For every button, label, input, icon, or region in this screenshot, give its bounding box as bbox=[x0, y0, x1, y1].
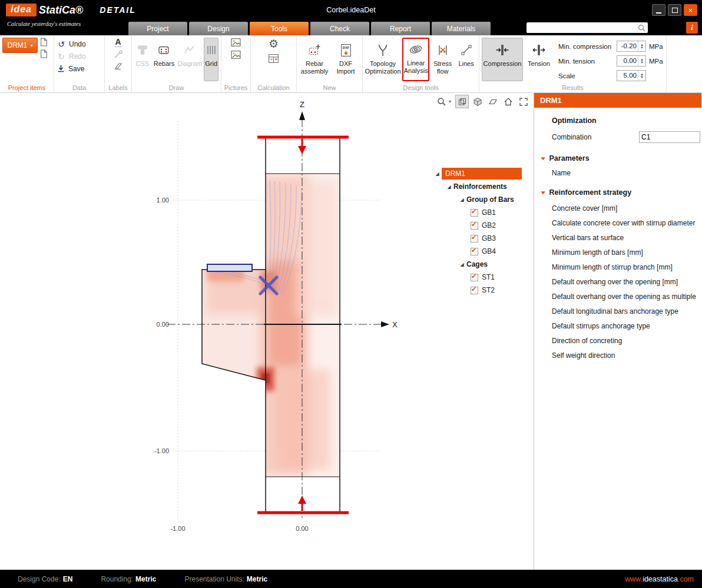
tree-node-reinforcements[interactable]: ◢ Reinforcements bbox=[445, 180, 522, 193]
status-bar: Design Code:EN Rounding:Metric Presentat… bbox=[0, 570, 702, 588]
st2-label: ST2 bbox=[482, 286, 495, 294]
combination-input[interactable] bbox=[639, 131, 700, 143]
new-item-icon[interactable] bbox=[39, 38, 48, 46]
undo-label: Undo bbox=[69, 40, 86, 48]
tree-item-gb1[interactable]: GB1 bbox=[471, 206, 522, 219]
strategy-row: Minimum length of bars [mm] bbox=[552, 248, 701, 257]
model-canvas[interactable]: Z X bbox=[0, 93, 534, 570]
ribbon-spacer bbox=[667, 35, 702, 92]
tree-root-label[interactable]: DRM1 bbox=[442, 168, 522, 180]
ribbon: DRM1 ▾ Project items ↺Undo ↻Redo Save Da… bbox=[0, 35, 702, 93]
parameters-section-header[interactable]: ▾ Parameters bbox=[542, 154, 701, 162]
expander-icon[interactable]: ◢ bbox=[458, 197, 466, 202]
linear-analysis-icon bbox=[409, 39, 423, 59]
minimize-button[interactable] bbox=[652, 4, 665, 16]
units-value: Metric bbox=[247, 575, 267, 583]
tree-node-drm1[interactable]: ◢ DRM1 bbox=[433, 167, 522, 180]
expander-icon[interactable]: ◢ bbox=[458, 262, 466, 267]
checkbox-checked[interactable] bbox=[471, 235, 478, 242]
diagram-icon bbox=[184, 40, 196, 60]
stress-flow-label: Stress flow bbox=[432, 60, 453, 75]
tab-check[interactable]: Check bbox=[310, 22, 369, 35]
tree-item-st2[interactable]: ST2 bbox=[471, 284, 522, 297]
rebars-button[interactable]: Rebars bbox=[153, 38, 176, 81]
close-button[interactable]: × bbox=[684, 4, 697, 16]
website-link[interactable]: www.ideastatica.com bbox=[625, 575, 694, 583]
solid-cube-icon bbox=[473, 97, 482, 107]
zoom-dropdown-icon[interactable]: ▾ bbox=[449, 99, 451, 104]
search-icon bbox=[638, 24, 645, 32]
save-label: Save bbox=[68, 65, 84, 73]
wireframe-view-button[interactable] bbox=[455, 95, 469, 108]
plane-view-button[interactable] bbox=[486, 95, 499, 108]
solver-settings-gear-icon[interactable]: ⚙ bbox=[269, 38, 279, 51]
checkbox-checked[interactable] bbox=[471, 287, 478, 294]
tree-item-gb4[interactable]: GB4 bbox=[471, 245, 522, 258]
picture-gallery-icon[interactable] bbox=[230, 50, 241, 59]
picture-export-icon[interactable] bbox=[230, 38, 241, 47]
tab-report[interactable]: Report bbox=[371, 22, 430, 35]
linear-analysis-button[interactable]: Linear Analysis bbox=[402, 38, 429, 81]
save-button[interactable]: Save bbox=[57, 62, 102, 75]
stress-flow-button[interactable]: Stress flow bbox=[431, 38, 454, 81]
eraser-icon[interactable] bbox=[114, 62, 123, 70]
tree-item-gb2[interactable]: GB2 bbox=[471, 219, 522, 232]
undo-button[interactable]: ↺Undo bbox=[57, 38, 102, 50]
copy-item-icon[interactable] bbox=[39, 49, 48, 58]
tree-node-group-of-bars[interactable]: ◢ Group of Bars bbox=[458, 193, 522, 206]
tab-tools[interactable]: Tools bbox=[250, 22, 309, 35]
maximize-button[interactable] bbox=[668, 4, 681, 16]
tension-button[interactable]: Tension bbox=[525, 38, 553, 81]
project-item-selector[interactable]: DRM1 ▾ bbox=[2, 38, 38, 53]
ribbon-tab-row: Calculate yesterday's estimates Project … bbox=[0, 20, 702, 35]
scale-input[interactable]: 5.00 ▲▼ bbox=[617, 70, 646, 81]
zoom-extents-button[interactable] bbox=[516, 95, 530, 108]
min-tension-input[interactable]: 0.00 ▲▼ bbox=[617, 55, 646, 67]
stress-flow-icon bbox=[437, 40, 449, 60]
checkbox-checked[interactable] bbox=[471, 274, 478, 281]
zoom-tool-button[interactable] bbox=[435, 95, 448, 108]
rebar-assembly-button[interactable]: Rebar assembly bbox=[299, 38, 330, 81]
strategy-row: Default overhang over the opening as mul… bbox=[552, 293, 701, 301]
z-axis-label: Z bbox=[300, 100, 304, 109]
checkbox-checked[interactable] bbox=[471, 222, 478, 230]
grid-button[interactable]: Grid bbox=[204, 38, 218, 81]
leader-label-icon[interactable] bbox=[114, 50, 123, 59]
reinforcement-strategy-section-header[interactable]: ▾ Reinforcement strategy bbox=[542, 188, 701, 197]
dxf-import-icon: DXF bbox=[340, 40, 352, 60]
reinforcement-strategy-label: Reinforcement strategy bbox=[549, 188, 632, 197]
topology-optimization-button[interactable]: Topology Optimization bbox=[365, 38, 400, 81]
group-label-project-items: Project items bbox=[0, 84, 54, 91]
solid-view-button[interactable] bbox=[471, 95, 484, 108]
tree-item-gb3[interactable]: GB3 bbox=[471, 232, 522, 245]
dxf-import-button[interactable]: DXF DXF Import bbox=[332, 38, 360, 81]
checkbox-checked[interactable] bbox=[471, 248, 478, 255]
tab-materials[interactable]: Materials bbox=[432, 22, 491, 35]
info-button[interactable]: i bbox=[686, 22, 698, 34]
checkbox-checked[interactable] bbox=[471, 209, 478, 217]
structural-model[interactable]: Z X bbox=[0, 93, 534, 570]
compression-label: Compression bbox=[484, 60, 522, 68]
expander-icon[interactable]: ◢ bbox=[445, 184, 453, 190]
gb3-label: GB3 bbox=[482, 234, 496, 242]
spin-down-icon: ▼ bbox=[640, 61, 644, 64]
min-compression-spinner[interactable]: ▲▼ bbox=[638, 41, 645, 51]
tree-node-cages[interactable]: ◢ Cages bbox=[458, 258, 522, 271]
min-compression-input[interactable]: -0.20 ▲▼ bbox=[617, 41, 646, 52]
app-logo: idea StatiCa® DETAIL bbox=[6, 4, 136, 16]
calculation-settings-icon[interactable] bbox=[268, 54, 279, 64]
y-tick-1: 1.00 bbox=[157, 197, 169, 204]
app-window: idea StatiCa® DETAIL Corbel.ideaDet × Ca… bbox=[0, 0, 702, 588]
scale-spinner[interactable]: ▲▼ bbox=[638, 71, 645, 81]
tree-item-st1[interactable]: ST1 bbox=[471, 271, 522, 284]
text-label-icon[interactable]: A bbox=[115, 38, 121, 47]
search-input[interactable] bbox=[526, 24, 638, 32]
home-view-button[interactable] bbox=[501, 95, 515, 108]
tab-project[interactable]: Project bbox=[128, 22, 187, 35]
compression-button[interactable]: Compression bbox=[482, 38, 523, 81]
min-tension-spinner[interactable]: ▲▼ bbox=[638, 56, 645, 66]
rounding-label: Rounding: bbox=[101, 575, 133, 583]
expander-icon[interactable]: ◢ bbox=[433, 171, 442, 177]
tab-design[interactable]: Design bbox=[189, 22, 248, 35]
lines-button[interactable]: Lines bbox=[456, 38, 476, 81]
